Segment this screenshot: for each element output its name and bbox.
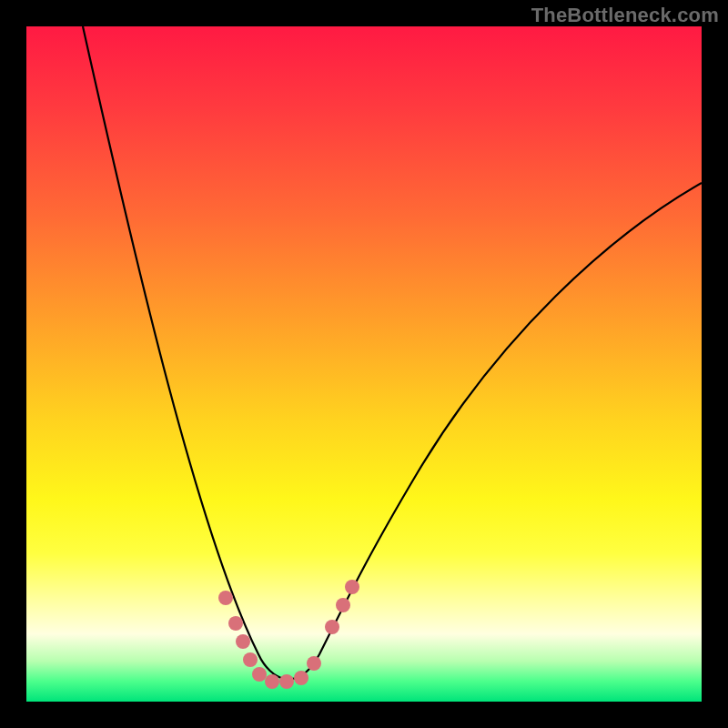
curve-marker <box>218 591 233 605</box>
bottleneck-plot <box>26 26 702 702</box>
curve-marker <box>228 616 243 631</box>
curve-marker <box>252 667 267 682</box>
curve-marker <box>345 580 359 594</box>
bottleneck-curve <box>83 26 702 679</box>
curve-marker <box>243 652 258 667</box>
curve-marker <box>325 620 339 634</box>
curve-marker <box>236 634 250 649</box>
curve-marker <box>336 598 350 612</box>
watermark-text: TheBottleneck.com <box>531 4 719 27</box>
curve-marker <box>279 674 294 689</box>
chart-area <box>26 26 702 702</box>
curve-marker <box>265 674 279 689</box>
curve-marker <box>294 671 308 685</box>
curve-marker <box>307 656 321 671</box>
